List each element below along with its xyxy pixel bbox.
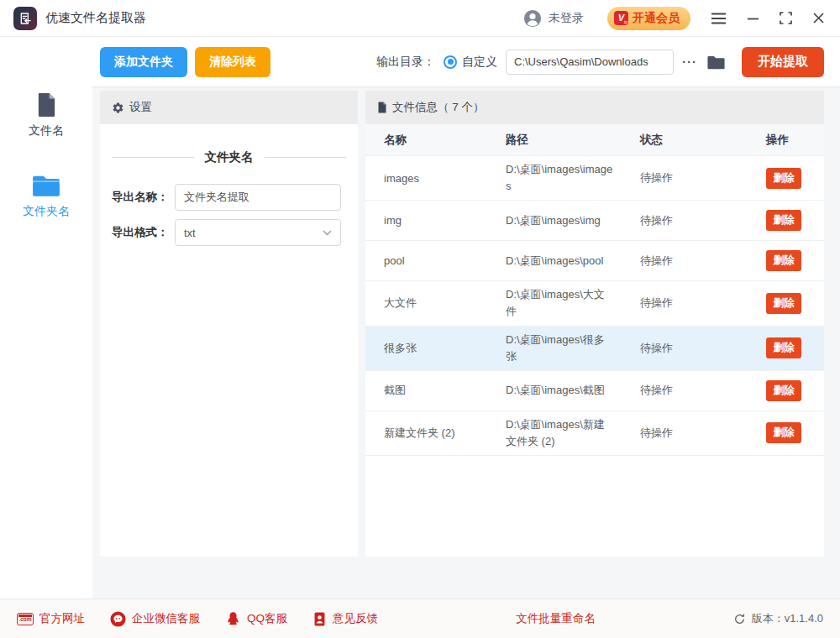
add-folder-button[interactable]: 添加文件夹	[100, 47, 187, 77]
vip-icon: Vip	[614, 11, 628, 25]
vip-button[interactable]: Vip 开通会员	[607, 7, 690, 30]
qq-support-link[interactable]: QQ客服	[225, 611, 287, 627]
table-row[interactable]: 很多张 D:\桌面\images\很多张 待操作 删除	[365, 327, 824, 371]
file-info-header: 文件信息（ 7 个）	[365, 91, 824, 124]
row-name: 大文件	[384, 295, 506, 311]
right-column: 添加文件夹 清除列表 输出目录： 自定义 ··· 开始提取	[92, 37, 840, 599]
row-status: 待操作	[640, 170, 766, 186]
qq-icon	[225, 611, 241, 627]
version-info: 版本：v1.1.4.0	[733, 611, 823, 626]
export-format-label: 导出格式：	[112, 225, 175, 240]
close-button[interactable]	[812, 12, 825, 24]
app-title: 优速文件名提取器	[45, 10, 146, 26]
row-status: 待操作	[640, 295, 766, 311]
row-status: 待操作	[640, 213, 766, 228]
version-label: 版本：v1.1.4.0	[752, 611, 823, 626]
maximize-button[interactable]	[780, 12, 792, 24]
settings-panel-header: 设置	[100, 91, 358, 124]
custom-radio-label[interactable]: 自定义	[462, 55, 497, 70]
wechat-support-link[interactable]: 企业微信客服	[110, 611, 200, 627]
feedback-icon	[312, 611, 327, 627]
minimize-button[interactable]	[747, 13, 759, 24]
batch-rename-link[interactable]: 文件批量重命名	[516, 611, 596, 626]
row-path: D:\桌面\images\img	[506, 207, 613, 234]
output-dir-label: 输出目录：	[376, 55, 435, 70]
row-name: images	[384, 172, 506, 185]
row-name: 新建文件夹 (2)	[384, 426, 506, 441]
delete-button[interactable]: 删除	[766, 380, 801, 401]
login-status[interactable]: 未登录	[523, 9, 584, 28]
sidebar-item-filename[interactable]: 文件名	[29, 92, 64, 139]
settings-header-label: 设置	[129, 100, 152, 115]
feedback-link[interactable]: 意见反馈	[312, 611, 378, 627]
table-row[interactable]: 新建文件夹 (2) D:\桌面\images\新建文件夹 (2) 待操作 删除	[365, 411, 824, 456]
table-row[interactable]: images D:\桌面\images\images 待操作 删除	[365, 156, 824, 201]
row-action: 删除	[766, 337, 824, 358]
row-status: 待操作	[640, 254, 766, 269]
toolbar: 添加文件夹 清除列表 输出目录： 自定义 ··· 开始提取	[92, 37, 840, 87]
table-row[interactable]: img D:\桌面\images\img 待操作 删除	[365, 201, 824, 241]
column-header-name: 名称	[384, 133, 506, 148]
refresh-icon[interactable]	[733, 613, 746, 625]
row-action: 删除	[766, 422, 824, 443]
export-name-label: 导出名称：	[112, 190, 175, 205]
row-action: 删除	[766, 168, 824, 189]
divider-line	[265, 157, 347, 158]
folder-icon	[32, 174, 60, 198]
row-name: img	[384, 214, 506, 227]
row-name: 截图	[384, 383, 506, 398]
more-options-button[interactable]: ···	[682, 55, 697, 69]
wechat-icon	[110, 611, 126, 627]
menu-icon[interactable]	[711, 12, 727, 25]
table-row[interactable]: pool D:\桌面\images\pool 待操作 删除	[365, 241, 824, 281]
website-icon: .com	[17, 613, 34, 625]
table-row[interactable]: 截图 D:\桌面\images\截图 待操作 删除	[365, 371, 824, 411]
file-icon	[35, 92, 58, 118]
user-avatar-icon	[523, 9, 542, 28]
export-name-input[interactable]	[175, 184, 341, 211]
delete-button[interactable]: 删除	[766, 422, 801, 443]
export-format-select[interactable]: txt	[175, 219, 341, 246]
row-status: 待操作	[640, 383, 766, 398]
column-header-status: 状态	[640, 133, 766, 148]
row-path: D:\桌面\images\截图	[506, 377, 613, 404]
vip-button-label: 开通会员	[633, 11, 680, 26]
footer: .com 官方网址 企业微信客服 QQ客服 意见反馈 文件批量重	[0, 599, 840, 638]
row-action: 删除	[766, 250, 824, 271]
main-area: 文件名 文件夹名 添加文件夹 清除列表 输出目录： 自定义	[0, 37, 840, 599]
delete-button[interactable]: 删除	[766, 293, 801, 314]
start-extract-button[interactable]: 开始提取	[742, 47, 824, 77]
titlebar-actions: 未登录 Vip 开通会员	[523, 7, 825, 30]
row-path: D:\桌面\images\images	[506, 156, 613, 200]
sidebar-item-foldername[interactable]: 文件夹名	[23, 174, 70, 219]
export-format-row: 导出格式： txt	[112, 219, 341, 246]
row-action: 删除	[766, 380, 824, 401]
table-row[interactable]: 大文件 D:\桌面\images\大文件 待操作 删除	[365, 281, 824, 326]
clear-list-button[interactable]: 清除列表	[195, 47, 270, 77]
sidebar-item-label: 文件夹名	[23, 204, 70, 219]
app-window: 优速文件名提取器 未登录 Vip 开通会员	[0, 0, 840, 638]
browse-folder-icon[interactable]	[707, 55, 725, 70]
sidebar-item-label: 文件名	[29, 123, 64, 139]
delete-button[interactable]: 删除	[766, 250, 801, 271]
gear-icon	[112, 102, 124, 114]
row-name: 很多张	[384, 341, 506, 356]
delete-button[interactable]: 删除	[766, 337, 801, 358]
output-directory-group: 输出目录： 自定义 ···	[376, 50, 725, 75]
section-title: 文件夹名	[112, 149, 346, 165]
delete-button[interactable]: 删除	[766, 168, 801, 189]
column-header-action: 操作	[766, 133, 824, 148]
sidebar: 文件名 文件夹名	[0, 37, 92, 599]
app-logo-icon	[13, 7, 37, 30]
titlebar: 优速文件名提取器 未登录 Vip 开通会员	[0, 0, 840, 37]
official-site-label: 官方网址	[39, 611, 85, 626]
login-status-label: 未登录	[549, 11, 584, 26]
output-path-input[interactable]	[506, 50, 674, 75]
column-header-path: 路径	[506, 133, 640, 148]
custom-radio[interactable]	[444, 55, 457, 69]
official-site-link[interactable]: .com 官方网址	[17, 611, 85, 626]
delete-button[interactable]: 删除	[766, 210, 801, 231]
row-action: 删除	[766, 210, 824, 231]
file-table: 名称 路径 状态 操作 images D:\桌面\images\images	[365, 124, 824, 557]
qq-support-label: QQ客服	[247, 611, 287, 626]
